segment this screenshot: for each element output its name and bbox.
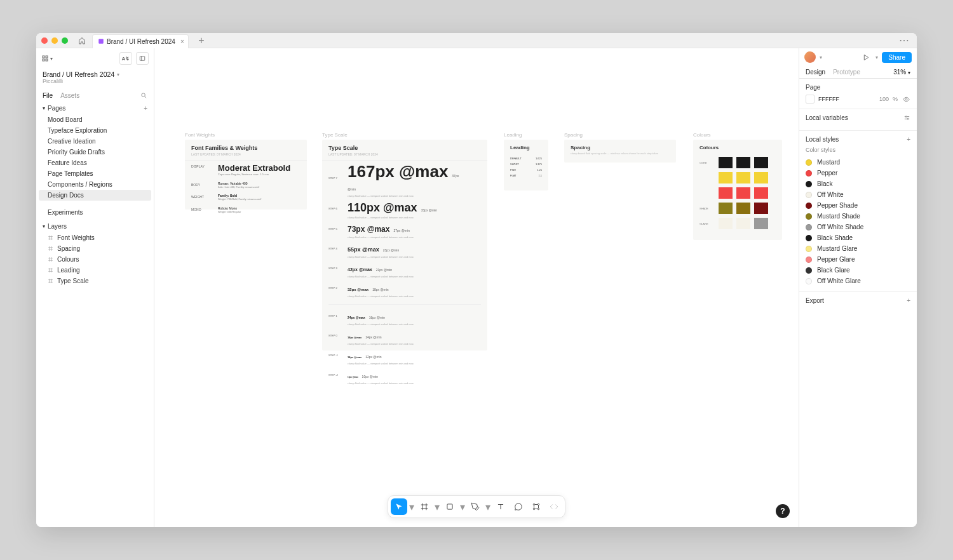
new-tab-button[interactable]: + xyxy=(195,34,208,47)
frame-colours[interactable]: Colours Colours CORESHADEGLARE xyxy=(693,140,782,240)
color-style-item[interactable]: Black Shade xyxy=(806,232,910,243)
page-opacity[interactable]: 100 xyxy=(879,96,889,102)
main-menu-button[interactable]: ▾ xyxy=(41,55,53,62)
user-avatar[interactable] xyxy=(804,51,816,63)
frame-leading[interactable]: Leading Leading DEFAULT1.625SHORT1.375FI… xyxy=(504,140,548,190)
color-style-item[interactable]: Black xyxy=(806,178,910,189)
add-export-button[interactable]: + xyxy=(907,297,910,304)
text-tool[interactable] xyxy=(492,498,509,515)
layer-item[interactable]: Type Scale xyxy=(36,276,154,286)
page-item[interactable]: Creative Ideation xyxy=(36,136,154,147)
colour-swatch xyxy=(736,157,750,168)
type-scale-step: STEP 018px @max14px @min xyxy=(322,328,487,342)
colour-swatch xyxy=(754,203,768,214)
file-name[interactable]: Brand / UI Refresh 2024 ▾ xyxy=(36,69,154,78)
tab-title: Brand / UI Refresh 2024 xyxy=(107,38,175,45)
layer-item[interactable]: Colours xyxy=(36,254,154,265)
color-styles-label: Color styles xyxy=(806,147,910,153)
svg-rect-4 xyxy=(46,59,48,61)
add-style-button[interactable]: + xyxy=(907,136,910,143)
color-style-item[interactable]: Mustard xyxy=(806,157,910,168)
shape-tool[interactable] xyxy=(442,498,458,515)
add-page-button[interactable]: + xyxy=(144,105,147,112)
experiments-page[interactable]: Experiments xyxy=(36,207,154,218)
color-style-item[interactable]: Off White Shade xyxy=(806,222,910,232)
frame-icon xyxy=(48,235,53,241)
design-tab[interactable]: Design xyxy=(806,69,825,76)
actions-tool[interactable] xyxy=(528,498,544,515)
traffic-light-minimize[interactable] xyxy=(51,37,58,44)
frame-tool[interactable] xyxy=(416,498,433,515)
variables-settings-icon[interactable] xyxy=(903,114,910,121)
type-scale-step: STEP -114px @max12px @min xyxy=(322,348,487,362)
layer-item[interactable]: Leading xyxy=(36,265,154,276)
layer-item[interactable]: Spacing xyxy=(36,243,154,254)
local-variables-header[interactable]: Local variables xyxy=(806,114,910,121)
frame-font-weights[interactable]: Font Weights Font Families & Weights LAS… xyxy=(185,140,307,210)
frame-tool-chevron[interactable]: ▾ xyxy=(434,498,440,515)
search-icon[interactable] xyxy=(140,92,147,99)
page-item[interactable]: Priority Guide Drafts xyxy=(36,147,154,157)
dev-mode-tool[interactable] xyxy=(546,498,562,515)
present-button[interactable] xyxy=(860,51,872,63)
page-fill-swatch[interactable] xyxy=(806,95,814,103)
zoom-level[interactable]: 31% ▾ xyxy=(893,69,910,76)
color-style-item[interactable]: Black Glare xyxy=(806,265,910,276)
frame-spacing[interactable]: Spacing Spacing clamp based fluid spacin… xyxy=(564,140,676,163)
present-chevron-icon[interactable]: ▾ xyxy=(875,55,878,60)
comment-tool[interactable] xyxy=(510,498,527,515)
frame-icon xyxy=(48,278,53,284)
team-name[interactable]: Piccalilli xyxy=(36,78,154,88)
colour-swatch xyxy=(754,157,768,168)
color-style-item[interactable]: Pepper xyxy=(806,168,910,178)
move-tool-chevron[interactable]: ▾ xyxy=(409,498,415,515)
traffic-light-close[interactable] xyxy=(41,37,48,44)
layer-item[interactable]: Font Weights xyxy=(36,232,154,243)
leading-row: DEFAULT1.625 xyxy=(504,156,548,161)
pen-tool-chevron[interactable]: ▾ xyxy=(485,498,491,515)
titlebar-more-icon[interactable]: ⋯ xyxy=(896,34,912,46)
page-fill-value[interactable]: FFFFFF xyxy=(818,96,875,102)
svg-rect-0 xyxy=(98,39,104,44)
move-tool[interactable] xyxy=(391,498,407,515)
prototype-tab[interactable]: Prototype xyxy=(833,69,860,76)
file-tab[interactable]: Brand / UI Refresh 2024 × xyxy=(92,34,189,48)
tab-close-icon[interactable]: × xyxy=(180,38,184,45)
ai-button[interactable]: A↯ xyxy=(119,52,132,65)
svg-point-38 xyxy=(533,508,534,509)
color-style-item[interactable]: Off White xyxy=(806,189,910,200)
page-item[interactable]: Page Templates xyxy=(36,168,154,179)
pages-header[interactable]: ▾ Pages + xyxy=(36,102,154,114)
pen-tool[interactable] xyxy=(467,498,483,515)
page-item[interactable]: Typeface Exploration xyxy=(36,125,154,136)
page-item[interactable]: Feature Ideas xyxy=(36,157,154,168)
canvas[interactable]: Font Weights Font Families & Weights LAS… xyxy=(154,48,799,527)
font-weight-row: MONORoboto MonoWeight: 400/Regular xyxy=(185,204,307,217)
page-item[interactable]: Components / Regions xyxy=(36,179,154,190)
home-button[interactable] xyxy=(76,34,88,47)
color-style-item[interactable]: Off White Glare xyxy=(806,276,910,286)
colour-swatch xyxy=(719,172,733,183)
avatar-chevron-icon[interactable]: ▾ xyxy=(820,55,822,60)
assets-tab-button[interactable]: Assets xyxy=(60,92,79,99)
frame-type-scale[interactable]: Type Scale Type Scale LAST UPDATED: 07 M… xyxy=(322,140,487,350)
layers-header[interactable]: ▾ Layers xyxy=(36,220,154,232)
type-scale-step: STEP -211px @max10px @min xyxy=(322,368,487,382)
export-header[interactable]: Export + xyxy=(806,297,910,304)
traffic-light-zoom[interactable] xyxy=(62,37,68,44)
page-item[interactable]: Design Docs xyxy=(39,190,151,201)
color-style-item[interactable]: Mustard Glare xyxy=(806,243,910,254)
file-tab-button[interactable]: File xyxy=(43,92,53,99)
color-style-item[interactable]: Mustard Shade xyxy=(806,211,910,222)
font-weight-row: BODYRoman: Variable 400Italic: Inter 400… xyxy=(185,179,307,192)
page-item[interactable]: Mood Board xyxy=(36,114,154,125)
panels-toggle-button[interactable] xyxy=(136,52,149,65)
type-scale-step: STEP 6110px @max33px @min xyxy=(322,200,487,216)
svg-rect-3 xyxy=(43,59,44,61)
share-button[interactable]: Share xyxy=(882,52,912,63)
shape-tool-chevron[interactable]: ▾ xyxy=(459,498,466,515)
color-style-item[interactable]: Pepper Shade xyxy=(806,200,910,211)
color-style-item[interactable]: Pepper Glare xyxy=(806,254,910,265)
visibility-toggle-icon[interactable] xyxy=(902,95,910,103)
help-button[interactable]: ? xyxy=(776,504,790,518)
